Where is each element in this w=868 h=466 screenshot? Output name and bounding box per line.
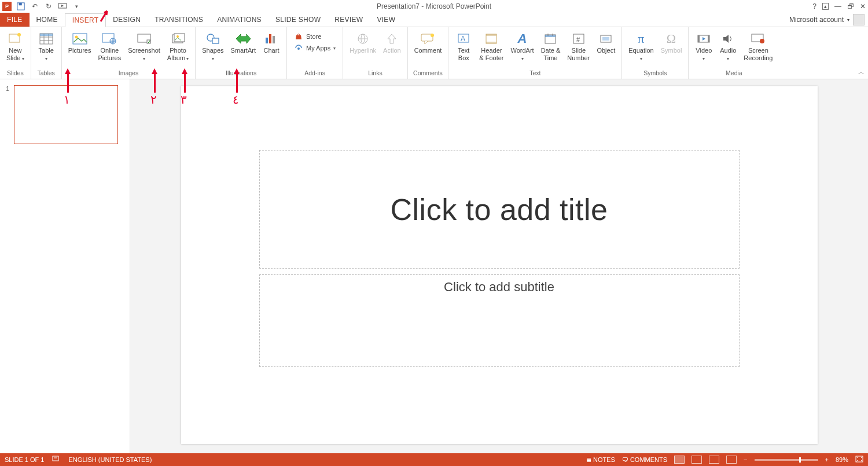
save-icon[interactable] [16, 2, 25, 11]
undo-icon[interactable]: ↶ [30, 2, 39, 11]
my-apps-icon [294, 43, 303, 53]
qat-customize-icon[interactable]: ▾ [72, 2, 81, 11]
new-slide-button[interactable]: New Slide [3, 30, 27, 69]
photo-album-button[interactable]: Photo Album [164, 30, 192, 69]
slide-thumbnail-1[interactable] [14, 85, 118, 144]
zoom-out-icon[interactable]: − [744, 456, 747, 463]
tab-animations[interactable]: ANIMATIONS [210, 13, 269, 27]
smartart-button[interactable]: SmartArt [228, 30, 259, 69]
group-comments-label: Comments [413, 69, 443, 78]
pictures-label: Pictures [68, 47, 91, 54]
slide-number-button[interactable]: # Slide Number [564, 30, 593, 69]
video-label: Video [696, 47, 712, 61]
equation-icon: π [632, 31, 650, 47]
store-button[interactable]: Store [294, 32, 321, 41]
equation-button[interactable]: π Equation [626, 30, 656, 69]
screen-recording-icon [749, 31, 767, 47]
tab-review[interactable]: REVIEW [328, 13, 370, 27]
title-bar: P ↶ ↻ ▾ Presentation7 - Microsoft PowerP… [0, 0, 868, 13]
object-button[interactable]: Object [594, 30, 618, 69]
zoom-level[interactable]: 89% [836, 456, 848, 463]
table-button[interactable]: Table [35, 30, 58, 69]
online-pictures-button[interactable]: Online Pictures [95, 30, 124, 69]
zoom-slider[interactable] [755, 459, 818, 461]
svg-point-48 [760, 39, 764, 43]
chevron-down-icon: ▾ [847, 17, 849, 23]
thumbnail-number: 1 [6, 85, 14, 144]
group-text: A Text Box Header & Footer A WordArt Dat… [448, 27, 622, 79]
new-slide-icon [6, 31, 24, 47]
tab-slideshow[interactable]: SLIDE SHOW [269, 13, 328, 27]
fit-to-window-icon[interactable] [855, 456, 863, 464]
status-slide-count[interactable]: SLIDE 1 OF 1 [5, 456, 44, 463]
slide-sorter-view-icon[interactable] [692, 456, 702, 464]
group-links-label: Links [368, 69, 382, 78]
title-placeholder[interactable]: Click to add title [259, 150, 740, 269]
store-icon [294, 32, 303, 41]
slide-number-label: Slide Number [567, 47, 590, 61]
action-icon [383, 31, 400, 47]
group-media: Video Audio Screen Recording Media [689, 27, 779, 79]
tab-file[interactable]: FILE [0, 13, 30, 27]
collapse-ribbon-icon[interactable]: ︿ [858, 68, 865, 76]
zoom-in-icon[interactable]: + [825, 456, 829, 463]
group-text-label: Text [529, 69, 540, 78]
close-icon[interactable]: ✕ [860, 2, 866, 10]
slide-number-icon: # [570, 31, 587, 47]
pictures-button[interactable]: Pictures [65, 30, 94, 69]
slide[interactable]: Click to add title Click to add subtitle [181, 86, 818, 444]
group-images-label: Images [119, 69, 138, 78]
text-box-button[interactable]: A Text Box [452, 30, 475, 69]
help-icon[interactable]: ? [812, 2, 816, 10]
group-symbols: π Equation Ω Symbol Symbols [622, 27, 689, 79]
tab-view[interactable]: VIEW [370, 13, 402, 27]
header-footer-button[interactable]: Header & Footer [476, 30, 506, 69]
text-box-icon: A [455, 31, 472, 47]
date-time-button[interactable]: Date & Time [538, 30, 564, 69]
work-area: 1 Click to add title Click to add subtit… [0, 79, 868, 453]
header-footer-icon [483, 31, 500, 47]
tab-design[interactable]: DESIGN [106, 13, 148, 27]
group-slides-label: Slides [7, 69, 24, 78]
text-box-label: Text Box [458, 47, 469, 61]
screenshot-button[interactable]: Screenshot [125, 30, 163, 69]
wordart-button[interactable]: A WordArt [508, 30, 537, 69]
pictures-icon [71, 31, 89, 47]
comment-button[interactable]: Comment [411, 30, 445, 69]
my-apps-button[interactable]: My Apps ▾ [294, 43, 336, 53]
subtitle-placeholder[interactable]: Click to add subtitle [259, 274, 740, 367]
tab-transitions[interactable]: TRANSITIONS [148, 13, 210, 27]
reading-view-icon[interactable] [709, 456, 719, 464]
screen-recording-button[interactable]: Screen Recording [741, 30, 775, 69]
svg-point-4 [17, 33, 21, 36]
account-menu[interactable]: Microsoft account ▾ [789, 13, 868, 27]
tab-home[interactable]: HOME [30, 13, 65, 27]
normal-view-icon[interactable] [674, 456, 685, 464]
minimize-icon[interactable]: — [834, 2, 841, 10]
ribbon-display-options-icon[interactable]: ▴ [822, 3, 829, 10]
slideshow-view-icon[interactable] [726, 456, 737, 464]
status-language[interactable]: ENGLISH (UNITED STATES) [68, 456, 152, 463]
comments-button[interactable]: 🗨 COMMENTS [622, 456, 667, 463]
shapes-icon [204, 31, 222, 47]
group-tables-label: Tables [38, 69, 55, 78]
svg-rect-11 [73, 34, 87, 44]
redo-icon[interactable]: ↻ [44, 2, 53, 11]
symbol-button: Ω Symbol [658, 30, 685, 69]
svg-point-25 [297, 47, 300, 50]
svg-text:#: # [576, 36, 580, 43]
restore-icon[interactable]: 🗗 [847, 2, 854, 10]
symbol-icon: Ω [663, 31, 680, 47]
video-button[interactable]: Video [692, 30, 715, 69]
account-label: Microsoft account [789, 16, 844, 24]
tab-insert[interactable]: INSERT [65, 13, 106, 27]
audio-button[interactable]: Audio [716, 30, 740, 69]
svg-point-30 [431, 34, 434, 37]
notes-button[interactable]: ≣ NOTES [586, 456, 615, 464]
chart-button[interactable]: Chart [260, 30, 283, 69]
new-slide-label: New Slide [6, 47, 24, 61]
shapes-button[interactable]: Shapes [199, 30, 226, 69]
group-tables: Table Tables [31, 27, 62, 79]
spell-check-icon[interactable] [52, 456, 60, 464]
slideshow-from-beginning-icon[interactable] [58, 2, 67, 11]
